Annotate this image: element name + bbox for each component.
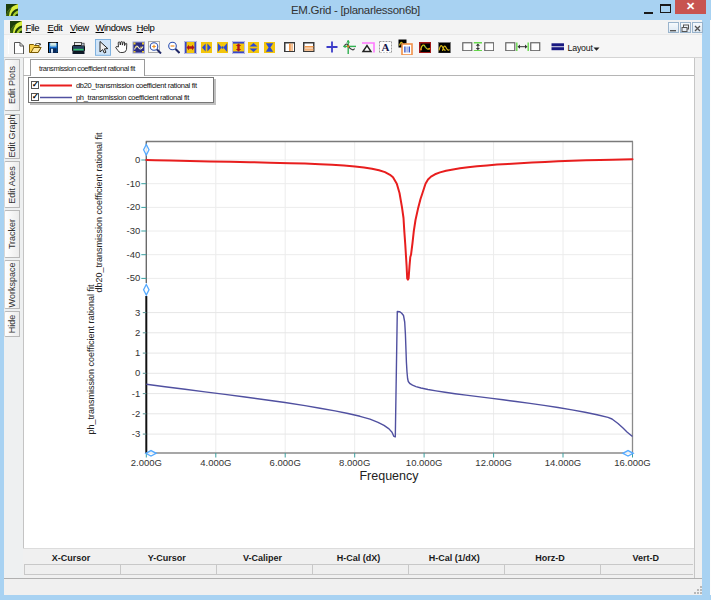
svg-text:-2: -2: [132, 408, 140, 419]
svg-text:1: 1: [135, 347, 140, 358]
svg-text:ph_transmission coefficient ra: ph_transmission coefficient rational fit: [86, 284, 96, 434]
svg-text:16.000G: 16.000G: [614, 457, 650, 468]
svg-text:8.000G: 8.000G: [339, 457, 370, 468]
svg-text:db20_transmission coefficient: db20_transmission coefficient rational f…: [94, 132, 104, 292]
svg-text:-50: -50: [127, 272, 141, 283]
svg-text:-10: -10: [127, 178, 141, 189]
svg-text:4.000G: 4.000G: [200, 457, 231, 468]
svg-text:14.000G: 14.000G: [545, 457, 581, 468]
svg-text:-1: -1: [132, 388, 140, 399]
svg-text:Frequency: Frequency: [359, 469, 419, 483]
svg-text:12.000G: 12.000G: [475, 457, 511, 468]
svg-text:0: 0: [135, 367, 140, 378]
svg-text:0: 0: [135, 154, 140, 165]
svg-text:-20: -20: [127, 201, 141, 212]
svg-text:3: 3: [135, 307, 140, 318]
svg-text:2: 2: [135, 327, 140, 338]
svg-text:-40: -40: [127, 249, 141, 260]
svg-text:-3: -3: [132, 428, 140, 439]
svg-text:-30: -30: [127, 225, 141, 236]
svg-text:10.000G: 10.000G: [406, 457, 442, 468]
svg-text:6.000G: 6.000G: [270, 457, 301, 468]
svg-text:2.000G: 2.000G: [131, 457, 162, 468]
